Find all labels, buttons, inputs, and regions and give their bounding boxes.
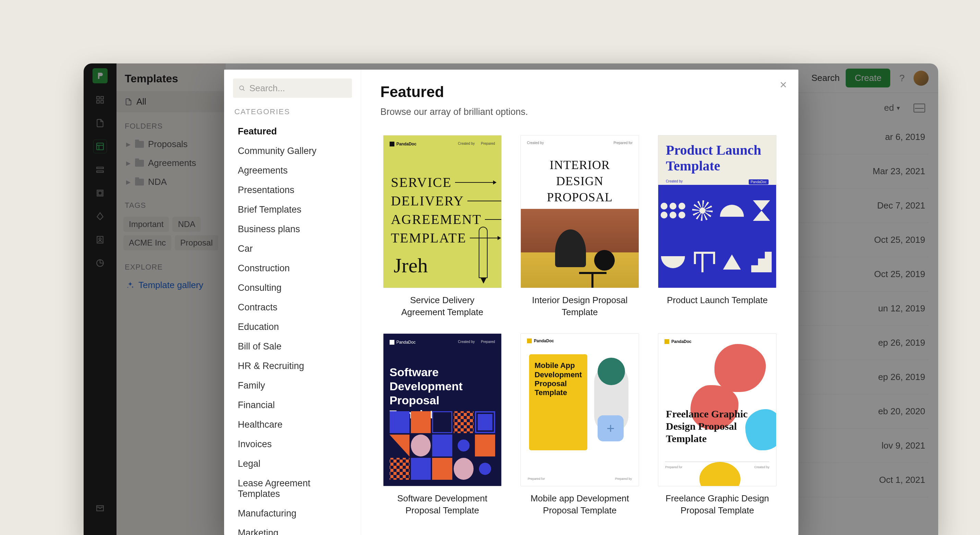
template-title: Interior Design Proposal Template — [525, 294, 635, 318]
template-thumbnail: PandaDoc Freelance Graphic Design Propos… — [658, 333, 776, 486]
template-gallery-modal: CATEGORIES Featured Community Gallery Ag… — [224, 70, 799, 535]
category-business-plans[interactable]: Business plans — [224, 219, 361, 239]
category-agreements[interactable]: Agreements — [224, 161, 361, 180]
category-bill-of-sale[interactable]: Bill of Sale — [224, 337, 361, 356]
template-card[interactable]: PandaDoc Mobile App Development Proposal… — [518, 333, 641, 516]
category-family[interactable]: Family — [224, 376, 361, 395]
category-financial[interactable]: Financial — [224, 395, 361, 415]
category-marketing[interactable]: Marketing — [224, 523, 361, 535]
category-car[interactable]: Car — [224, 239, 361, 259]
search-input[interactable] — [250, 83, 347, 94]
template-title: Freelance Graphic Design Proposal Templa… — [662, 492, 772, 516]
template-thumbnail: PandaDoc Created byPrepared SERVICE DELI… — [383, 135, 502, 288]
close-button[interactable] — [777, 78, 789, 91]
category-list: Featured Community Gallery Agreements Pr… — [224, 122, 361, 535]
template-thumbnail: Product Launch Template Created byPandaD… — [658, 135, 776, 288]
category-education[interactable]: Education — [224, 317, 361, 337]
svg-point-17 — [240, 86, 243, 90]
template-title: Service Delivery Agreement Template — [388, 294, 497, 318]
template-title: Software Development Proposal Template — [388, 492, 497, 516]
template-grid: PandaDoc Created byPrepared SERVICE DELI… — [380, 135, 779, 516]
template-thumbnail: Created byPrepared for INTERIOR DESIGN P… — [520, 135, 639, 288]
template-title: Product Launch Template — [667, 294, 768, 306]
modal-subheading: Browse our array of brilliant options. — [380, 107, 779, 117]
search-box[interactable] — [233, 78, 352, 98]
category-hr-recruiting[interactable]: HR & Recruiting — [224, 356, 361, 376]
category-consulting[interactable]: Consulting — [224, 278, 361, 298]
category-community-gallery[interactable]: Community Gallery — [224, 141, 361, 161]
template-card[interactable]: PandaDoc Freelance Graphic Design Propos… — [655, 333, 779, 516]
template-card[interactable]: PandaDoc Created byPrepared SERVICE DELI… — [380, 135, 504, 318]
modal-sidebar: CATEGORIES Featured Community Gallery Ag… — [224, 70, 361, 535]
category-invoices[interactable]: Invoices — [224, 434, 361, 454]
template-thumbnail: PandaDoc Mobile App Development Proposal… — [520, 333, 639, 486]
template-card[interactable]: PandaDoc Created byPrepared Software Dev… — [380, 333, 504, 516]
category-legal[interactable]: Legal — [224, 454, 361, 474]
category-presentations[interactable]: Presentations — [224, 180, 361, 200]
category-contracts[interactable]: Contracts — [224, 298, 361, 317]
category-manufacturing[interactable]: Manufacturing — [224, 504, 361, 523]
category-healthcare[interactable]: Healthcare — [224, 415, 361, 434]
categories-label: CATEGORIES — [224, 105, 361, 122]
search-icon — [239, 85, 245, 92]
template-card[interactable]: Created byPrepared for INTERIOR DESIGN P… — [518, 135, 641, 318]
template-thumbnail: PandaDoc Created byPrepared Software Dev… — [383, 333, 502, 486]
modal-main: Featured Browse our array of brilliant o… — [361, 70, 799, 535]
template-card[interactable]: Product Launch Template Created byPandaD… — [655, 135, 779, 318]
category-lease-agreement[interactable]: Lease Agreement Templates — [224, 474, 361, 504]
category-construction[interactable]: Construction — [224, 259, 361, 278]
category-brief-templates[interactable]: Brief Templates — [224, 200, 361, 219]
svg-line-18 — [243, 89, 244, 91]
modal-heading: Featured — [380, 83, 779, 101]
category-featured[interactable]: Featured — [224, 122, 361, 141]
template-title: Mobile app Development Proposal Template — [525, 492, 635, 516]
